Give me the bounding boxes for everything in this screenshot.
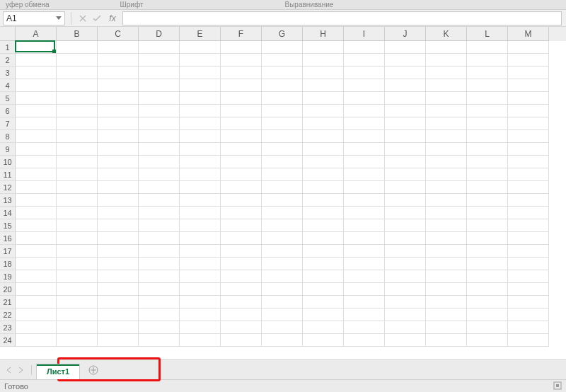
cell[interactable] [139,270,180,283]
cell[interactable] [426,117,467,130]
cell[interactable] [221,79,262,92]
cell[interactable] [98,92,139,105]
cell[interactable] [16,54,57,67]
cell[interactable] [221,143,262,156]
cell[interactable] [98,296,139,309]
cell[interactable] [344,219,385,232]
row-header[interactable]: 1 [0,41,16,54]
cell[interactable] [303,207,344,219]
row-header[interactable]: 3 [0,67,16,79]
cell[interactable] [508,296,549,309]
cell[interactable] [508,321,549,334]
cell[interactable] [221,334,262,347]
column-header[interactable]: A [16,27,57,41]
cell[interactable] [344,283,385,296]
cell[interactable] [262,92,303,105]
cell[interactable] [467,117,508,130]
column-header[interactable]: E [180,27,221,41]
row-header[interactable]: 9 [0,143,16,156]
cell[interactable] [303,232,344,245]
cell[interactable] [508,283,549,296]
cell[interactable] [221,219,262,232]
add-sheet-button[interactable] [84,362,103,378]
cell[interactable] [262,194,303,207]
sheet-tab-1[interactable]: Лист1 [36,364,80,379]
cell[interactable] [262,219,303,232]
cell[interactable] [344,156,385,168]
cell[interactable] [303,41,344,54]
cell[interactable] [16,143,57,156]
cell[interactable] [262,168,303,181]
cell[interactable] [16,41,57,54]
cell[interactable] [385,207,426,219]
cell[interactable] [344,105,385,117]
cell[interactable] [508,258,549,270]
cell[interactable] [344,207,385,219]
cell[interactable] [508,54,549,67]
cell[interactable] [139,130,180,143]
cell[interactable] [303,270,344,283]
cell[interactable] [57,207,98,219]
cell[interactable] [385,41,426,54]
cell[interactable] [98,194,139,207]
cell[interactable] [139,168,180,181]
cell[interactable] [426,321,467,334]
cell[interactable] [57,309,98,321]
cell[interactable] [16,334,57,347]
cell[interactable] [508,232,549,245]
cell[interactable] [344,309,385,321]
cell[interactable] [16,168,57,181]
cell[interactable] [303,181,344,194]
cell[interactable] [426,181,467,194]
cell[interactable] [385,79,426,92]
cell[interactable] [221,92,262,105]
cell[interactable] [467,245,508,258]
cell[interactable] [508,219,549,232]
cell[interactable] [508,130,549,143]
cell[interactable] [426,67,467,79]
cell[interactable] [98,54,139,67]
cell[interactable] [57,105,98,117]
cell[interactable] [467,130,508,143]
cell[interactable] [221,296,262,309]
row-header[interactable]: 15 [0,219,16,232]
cell[interactable] [508,117,549,130]
cell[interactable] [344,232,385,245]
cell[interactable] [221,207,262,219]
cell[interactable] [16,67,57,79]
cell[interactable] [303,334,344,347]
cell[interactable] [508,207,549,219]
cell[interactable] [57,117,98,130]
select-all-corner[interactable] [0,27,16,41]
cell[interactable] [221,309,262,321]
cell[interactable] [139,219,180,232]
cell[interactable] [180,258,221,270]
cell[interactable] [385,270,426,283]
cell[interactable] [221,105,262,117]
cell[interactable] [180,232,221,245]
cell[interactable] [139,181,180,194]
cell[interactable] [139,334,180,347]
cell[interactable] [16,296,57,309]
cell[interactable] [385,168,426,181]
cell[interactable] [180,143,221,156]
cell[interactable] [57,245,98,258]
cell[interactable] [98,321,139,334]
cell[interactable] [262,156,303,168]
cell[interactable] [98,117,139,130]
column-header[interactable]: G [262,27,303,41]
cell[interactable] [139,194,180,207]
cell[interactable] [57,283,98,296]
cell[interactable] [16,270,57,283]
row-header[interactable]: 20 [0,283,16,296]
cell[interactable] [426,245,467,258]
cell[interactable] [180,207,221,219]
tab-scroll-right[interactable] [16,365,25,375]
cell[interactable] [426,270,467,283]
cell[interactable] [508,309,549,321]
cell[interactable] [467,143,508,156]
cell[interactable] [57,67,98,79]
cell[interactable] [221,194,262,207]
cell[interactable] [16,219,57,232]
column-header[interactable]: K [426,27,467,41]
